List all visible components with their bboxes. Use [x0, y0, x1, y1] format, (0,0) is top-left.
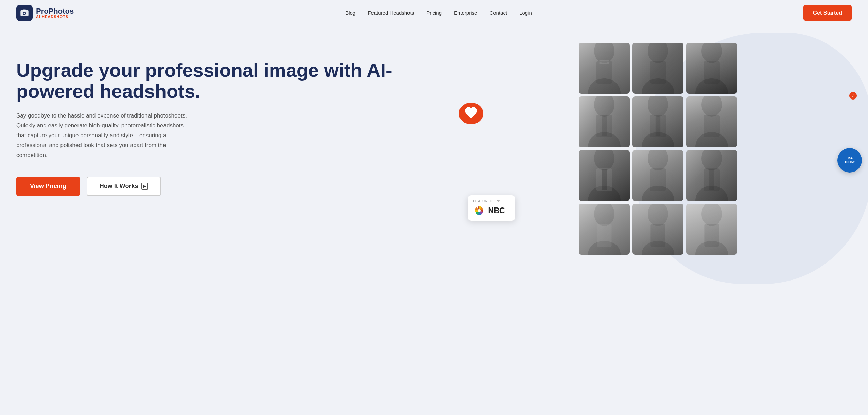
- person-silhouette-11: [638, 204, 678, 255]
- svg-point-3: [24, 13, 25, 14]
- svg-point-29: [594, 204, 614, 226]
- brand-subtitle: AI HEADSHOTS: [36, 15, 74, 19]
- headshot-photo-1: [579, 43, 630, 94]
- svg-point-33: [701, 204, 722, 226]
- nav-links: Blog Featured Headshots Pricing Enterpri…: [345, 10, 532, 16]
- svg-rect-34: [704, 224, 719, 247]
- headshot-photo-10: [579, 204, 630, 255]
- logo[interactable]: ProPhotos AI HEADSHOTS: [16, 5, 74, 21]
- nbc-badge: Featured On: NBC: [468, 195, 515, 221]
- svg-point-9: [648, 43, 668, 63]
- svg-point-16: [648, 96, 668, 117]
- view-pricing-button[interactable]: View Pricing: [16, 177, 80, 196]
- headshots-grid: [579, 43, 737, 255]
- how-it-works-label: How It Works: [100, 183, 138, 190]
- nav-contact[interactable]: Contact: [489, 10, 507, 16]
- person-silhouette-10: [584, 204, 625, 255]
- headshot-photo-12: [686, 204, 737, 255]
- how-it-works-button[interactable]: How It Works ▶: [87, 177, 161, 196]
- person-silhouette-8: [638, 150, 678, 201]
- nbc-logo-area: NBC: [473, 204, 510, 217]
- brand-icon: [20, 8, 29, 18]
- usa-today-line1: USA: [846, 157, 853, 160]
- svg-rect-2: [23, 10, 26, 11]
- svg-rect-8: [600, 60, 609, 64]
- svg-point-5: [478, 209, 481, 212]
- headshot-photo-4: [579, 96, 630, 147]
- headshot-photo-11: [632, 204, 683, 255]
- heart-bubble-float: [457, 101, 485, 128]
- nbc-featured-label: Featured On:: [473, 199, 510, 203]
- nbc-text-label: NBC: [488, 206, 505, 215]
- person-silhouette-6: [691, 96, 732, 147]
- svg-rect-30: [597, 224, 611, 247]
- navbar: ProPhotos AI HEADSHOTS Blog Featured Hea…: [0, 0, 868, 26]
- usa-today-badge: USA TODAY: [837, 148, 862, 173]
- svg-rect-18: [656, 115, 660, 136]
- svg-point-31: [648, 204, 668, 226]
- svg-point-26: [701, 150, 722, 170]
- svg-rect-32: [650, 224, 665, 247]
- headshot-photo-6: [686, 96, 737, 147]
- usa-today-check-icon: ✓: [849, 92, 857, 100]
- brand-name: ProPhotos: [36, 7, 74, 15]
- nav-enterprise[interactable]: Enterprise: [454, 10, 477, 16]
- usa-today-line2: TODAY: [845, 160, 855, 164]
- hero-description: Say goodbye to the hassle and expense of…: [16, 111, 193, 160]
- headshot-photo-7: [579, 150, 630, 201]
- svg-rect-28: [709, 169, 714, 190]
- person-silhouette-7: [584, 150, 625, 201]
- heart-bubble-svg: [457, 101, 485, 128]
- svg-point-19: [701, 96, 722, 117]
- svg-rect-10: [650, 61, 666, 84]
- hero-buttons: View Pricing How It Works ▶: [16, 177, 451, 196]
- hero-right: Featured On: NBC: [464, 39, 852, 255]
- svg-point-13: [594, 96, 614, 117]
- hero-left: Upgrade your professional image with AI-…: [16, 39, 451, 196]
- nav-blog[interactable]: Blog: [345, 10, 355, 16]
- svg-rect-12: [704, 61, 720, 84]
- headshot-photo-5: [632, 96, 683, 147]
- svg-rect-23: [602, 169, 607, 190]
- svg-rect-25: [650, 168, 666, 191]
- nav-login[interactable]: Login: [519, 10, 532, 16]
- headshot-photo-3: [686, 43, 737, 94]
- person-silhouette-12: [691, 204, 732, 255]
- hero-section: Upgrade your professional image with AI-…: [0, 26, 868, 415]
- get-started-button[interactable]: Get Started: [803, 5, 852, 21]
- headshot-photo-8: [632, 150, 683, 201]
- person-silhouette-9: [691, 150, 732, 201]
- headshot-photo-2: [632, 43, 683, 94]
- svg-point-21: [594, 150, 614, 170]
- person-silhouette-4: [584, 96, 625, 147]
- person-silhouette-1: [584, 43, 625, 94]
- hero-title: Upgrade your professional image with AI-…: [16, 60, 451, 102]
- person-silhouette-2: [638, 43, 678, 94]
- logo-text: ProPhotos AI HEADSHOTS: [36, 7, 74, 19]
- svg-point-24: [648, 150, 668, 170]
- headshot-photo-9: [686, 150, 737, 201]
- nav-featured-headshots[interactable]: Featured Headshots: [368, 10, 414, 16]
- svg-rect-15: [602, 115, 607, 136]
- svg-rect-7: [596, 61, 612, 84]
- svg-point-11: [701, 43, 722, 63]
- person-silhouette-5: [638, 96, 678, 147]
- person-silhouette-3: [691, 43, 732, 94]
- nav-pricing[interactable]: Pricing: [426, 10, 442, 16]
- nbc-peacock-icon: [473, 204, 485, 217]
- svg-rect-20: [704, 115, 720, 137]
- play-icon: ▶: [141, 183, 148, 190]
- logo-icon: [16, 5, 33, 21]
- svg-point-6: [594, 43, 614, 63]
